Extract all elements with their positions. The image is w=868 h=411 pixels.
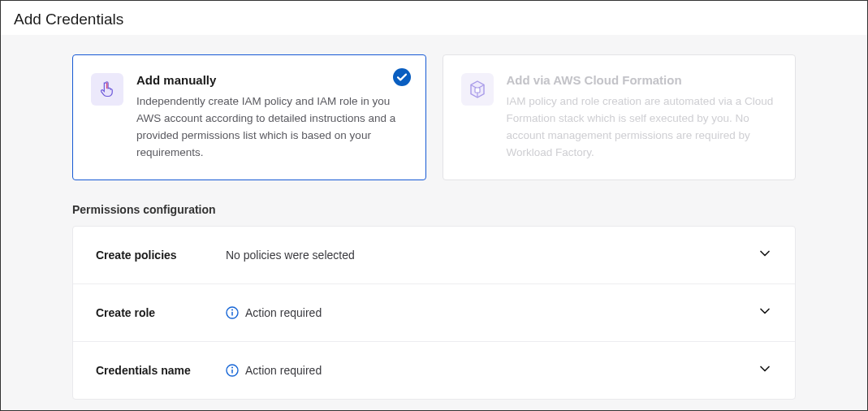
option-card-add-manually[interactable]: Add manually Independently create IAM po… [72,54,426,180]
option-card-body: Add manually Independently create IAM po… [136,73,406,162]
row-status-text: Action required [245,364,322,377]
accordion-row-create-policies[interactable]: Create policies No policies were selecte… [73,227,795,284]
content-area: Add manually Independently create IAM po… [1,35,867,410]
svg-rect-2 [475,88,480,93]
option-card-cloud-formation: Add via AWS Cloud Formation IAM policy a… [443,54,797,180]
svg-rect-5 [231,311,233,315]
chevron-down-icon [758,246,772,264]
permissions-section-title: Permissions configuration [72,203,796,216]
row-status: No policies were selected [226,249,758,262]
chevron-down-icon [758,304,772,322]
selected-check-icon [393,68,411,89]
row-status: Action required [226,364,758,377]
row-status-text: Action required [245,306,322,319]
info-icon [226,306,239,319]
permissions-accordion: Create policies No policies were selecte… [72,226,796,400]
option-card-description: IAM policy and role creation are automat… [507,93,776,162]
row-status: Action required [226,306,758,319]
option-card-description: Independently create IAM policy and IAM … [136,93,406,162]
info-icon [226,364,239,377]
option-card-title: Add via AWS Cloud Formation [507,73,776,87]
hand-pointer-icon [91,73,123,106]
row-label: Create role [96,306,226,319]
accordion-row-create-role[interactable]: Create role Action required [73,284,795,342]
option-card-body: Add via AWS Cloud Formation IAM policy a… [507,73,776,162]
svg-rect-8 [231,369,233,373]
page-title: Add Credentials [1,1,867,35]
svg-point-4 [231,309,233,310]
row-label: Create policies [96,249,226,262]
svg-point-1 [393,68,411,86]
accordion-row-credentials-name[interactable]: Credentials name Action required [73,342,795,399]
method-options-row: Add manually Independently create IAM po… [72,54,796,180]
cloudformation-icon [461,73,494,106]
row-status-text: No policies were selected [226,249,355,262]
option-card-title: Add manually [136,73,406,87]
chevron-down-icon [758,361,772,379]
svg-point-7 [231,366,233,368]
row-label: Credentials name [96,364,226,377]
